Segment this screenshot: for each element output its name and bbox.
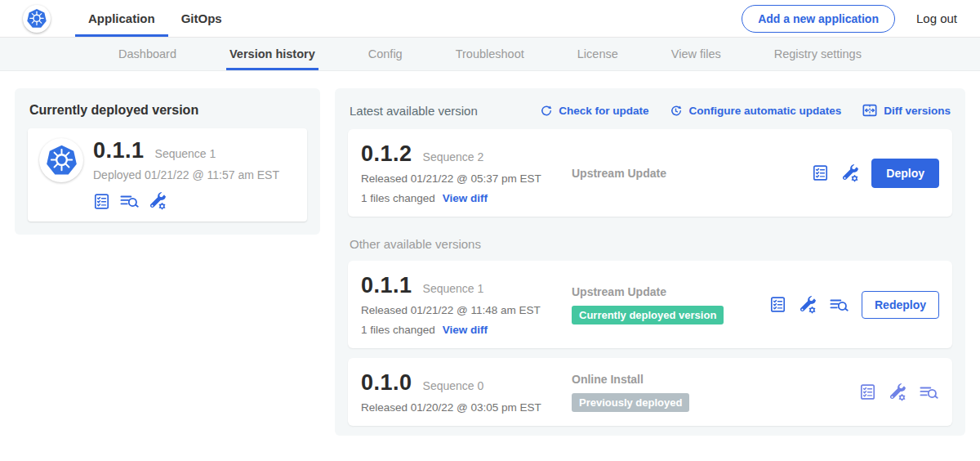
configure-automatic-updates-label: Configure automatic updates	[688, 105, 841, 117]
version-number: 0.1.0	[361, 370, 412, 396]
configure-automatic-updates-link[interactable]: Configure automatic updates	[669, 104, 841, 118]
tab-dashboard[interactable]: Dashboard	[115, 38, 180, 70]
tab-version-history[interactable]: Version history	[226, 38, 318, 70]
check-for-update-link[interactable]: Check for update	[539, 104, 648, 118]
tab-view-files[interactable]: View files	[668, 38, 724, 70]
released-date: Released 01/20/22 @ 03:05 pm EST	[361, 401, 572, 414]
config-wrench-icon[interactable]	[149, 192, 167, 210]
released-date: Released 01/21/22 @ 11:48 am EST	[361, 304, 572, 316]
version-source-label: Upstream Update	[572, 167, 802, 180]
version-row-0-1-1: 0.1.1 Sequence 1 Released 01/21/22 @ 11:…	[348, 261, 952, 348]
preflight-checklist-icon[interactable]	[769, 296, 786, 313]
files-changed-label: 1 files changed	[361, 192, 435, 204]
previously-deployed-badge: Previously deployed	[572, 393, 689, 412]
deployed-version-card: 0.1.1 Sequence 1 Deployed 01/21/22 @ 11:…	[28, 128, 307, 222]
tab-config[interactable]: Config	[365, 38, 406, 70]
check-for-update-label: Check for update	[559, 105, 648, 117]
view-diff-link[interactable]: View diff	[443, 324, 488, 336]
top-header: Application GitOps Add a new application…	[0, 0, 980, 38]
other-available-title: Other available versions	[350, 237, 951, 251]
deployed-sequence-label: Sequence 1	[155, 147, 216, 160]
tab-registry-settings[interactable]: Registry settings	[771, 38, 865, 70]
deployed-date: Deployed 01/21/22 @ 11:57 am EST	[93, 168, 279, 181]
diff-versions-icon	[862, 102, 878, 119]
header-tab-application[interactable]: Application	[75, 0, 168, 37]
kubernetes-logo-icon	[23, 5, 51, 33]
diff-versions-label: Diff versions	[884, 105, 951, 117]
main-content: Currently deployed version 0.1.1 Sequenc…	[0, 71, 980, 453]
version-number: 0.1.1	[361, 273, 412, 298]
deployed-version-number: 0.1.1	[93, 138, 145, 163]
view-diff-link[interactable]: View diff	[443, 192, 488, 204]
version-source-label: Online Install	[572, 373, 849, 386]
view-logs-icon[interactable]	[119, 192, 140, 210]
header-tab-gitops[interactable]: GitOps	[168, 0, 235, 37]
config-wrench-icon[interactable]	[799, 296, 817, 314]
view-logs-icon[interactable]	[829, 296, 849, 314]
config-wrench-icon[interactable]	[841, 164, 859, 182]
sequence-label: Sequence 2	[423, 150, 484, 163]
app-logo-icon	[39, 138, 83, 182]
config-wrench-icon[interactable]	[889, 383, 906, 401]
sequence-label: Sequence 0	[423, 379, 484, 392]
app-subnav: Dashboard Version history Config Trouble…	[0, 38, 980, 71]
deploy-button[interactable]: Deploy	[871, 159, 939, 188]
refresh-icon	[539, 104, 553, 118]
version-source-label: Upstream Update	[572, 285, 760, 298]
version-row-0-1-2: 0.1.2 Sequence 2 Released 01/21/22 @ 05:…	[348, 129, 952, 217]
version-number: 0.1.2	[361, 141, 412, 167]
files-changed-label: 1 files changed	[361, 324, 435, 336]
tab-license[interactable]: License	[574, 38, 621, 70]
logout-button[interactable]: Log out	[916, 11, 957, 25]
sequence-label: Sequence 1	[423, 282, 484, 295]
add-new-application-button[interactable]: Add a new application	[742, 5, 895, 33]
diff-versions-link[interactable]: Diff versions	[862, 102, 951, 119]
tab-troubleshoot[interactable]: Troubleshoot	[452, 38, 528, 70]
currently-deployed-card: Currently deployed version 0.1.1 Sequenc…	[15, 88, 320, 235]
view-logs-icon[interactable]	[919, 383, 939, 401]
currently-deployed-title: Currently deployed version	[29, 103, 305, 118]
preflight-checklist-icon[interactable]	[93, 193, 110, 210]
latest-available-title: Latest available version	[350, 104, 478, 118]
auto-update-clock-icon	[669, 104, 683, 118]
preflight-checklist-icon[interactable]	[812, 164, 829, 181]
preflight-checklist-icon[interactable]	[859, 383, 876, 401]
released-date: Released 01/21/22 @ 05:37 pm EST	[361, 172, 572, 185]
redeploy-button[interactable]: Redeploy	[862, 291, 939, 319]
currently-deployed-badge: Currently deployed version	[572, 306, 724, 324]
version-history-panel: Latest available version Check for updat…	[335, 88, 965, 436]
version-row-0-1-0: 0.1.0 Sequence 0 Released 01/20/22 @ 03:…	[348, 358, 952, 426]
